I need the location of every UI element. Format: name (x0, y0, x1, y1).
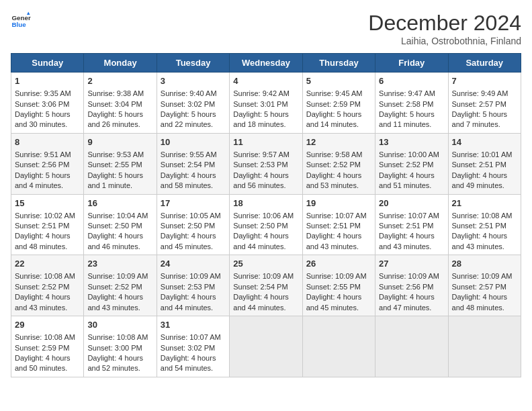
day-info: and 43 minutes. (306, 242, 371, 252)
day-info: Sunrise: 9:40 AM (161, 89, 226, 99)
calendar-cell: 2Sunrise: 9:38 AMSunset: 3:04 PMDaylight… (84, 73, 157, 134)
day-info: Daylight: 4 hours (306, 292, 371, 302)
day-info: and 49 minutes. (452, 181, 517, 191)
day-info: Daylight: 4 hours (15, 292, 80, 302)
day-info: and 44 minutes. (233, 242, 298, 252)
day-info: Daylight: 5 hours (15, 171, 80, 181)
day-info: Daylight: 4 hours (306, 171, 371, 181)
day-info: Sunset: 2:54 PM (161, 160, 226, 170)
day-info: and 1 minute. (87, 181, 152, 191)
day-number: 9 (87, 136, 152, 148)
calendar-cell (448, 316, 521, 377)
week-row-5: 29Sunrise: 10:08 AMSunset: 2:59 PMDaylig… (11, 316, 521, 377)
day-info: Sunrise: 10:09 AM (452, 271, 517, 281)
logo: General Blue (11, 11, 31, 31)
day-number: 21 (452, 197, 517, 210)
day-info: and 30 minutes. (15, 120, 80, 130)
header-friday: Friday (375, 54, 448, 73)
day-info: Daylight: 4 hours (161, 231, 226, 241)
calendar-cell: 11Sunrise: 9:57 AMSunset: 2:53 PMDayligh… (230, 133, 302, 194)
day-number: 23 (87, 258, 152, 270)
day-info: and 14 minutes. (306, 120, 371, 130)
calendar-cell: 12Sunrise: 9:58 AMSunset: 2:52 PMDayligh… (302, 133, 375, 194)
day-info: Sunset: 2:52 PM (87, 282, 152, 292)
header-sunday: Sunday (11, 54, 84, 73)
day-number: 2 (87, 75, 152, 87)
day-number: 24 (161, 258, 226, 270)
day-info: Sunrise: 10:08 AM (15, 332, 80, 342)
day-info: and 18 minutes. (233, 120, 298, 130)
calendar-cell: 24Sunrise: 10:09 AMSunset: 2:53 PMDaylig… (157, 255, 229, 316)
svg-marker-2 (27, 12, 30, 15)
calendar-cell: 8Sunrise: 9:51 AMSunset: 2:56 PMDaylight… (11, 133, 84, 194)
day-info: Daylight: 4 hours (87, 231, 152, 241)
calendar-cell: 23Sunrise: 10:09 AMSunset: 2:52 PMDaylig… (84, 255, 157, 316)
day-info: and 48 minutes. (452, 303, 517, 313)
week-row-4: 22Sunrise: 10:08 AMSunset: 2:52 PMDaylig… (11, 255, 521, 316)
day-number: 16 (87, 197, 152, 210)
calendar-table: SundayMondayTuesdayWednesdayThursdayFrid… (11, 53, 521, 377)
day-info: and 50 minutes. (15, 363, 80, 373)
day-number: 27 (379, 258, 444, 270)
day-info: Sunrise: 10:07 AM (379, 211, 444, 221)
day-info: and 58 minutes. (161, 181, 226, 191)
day-info: Sunrise: 10:02 AM (15, 211, 80, 221)
day-number: 26 (306, 258, 371, 270)
day-info: Sunset: 2:50 PM (87, 221, 152, 231)
day-info: Sunset: 3:00 PM (87, 343, 152, 353)
calendar-cell: 3Sunrise: 9:40 AMSunset: 3:02 PMDaylight… (157, 73, 229, 134)
calendar-header: SundayMondayTuesdayWednesdayThursdayFrid… (11, 54, 521, 73)
day-info: Daylight: 5 hours (233, 109, 298, 120)
day-info: Sunrise: 9:57 AM (233, 150, 298, 160)
day-info: and 43 minutes. (87, 303, 152, 313)
day-number: 13 (379, 136, 444, 148)
svg-text:General: General (12, 14, 32, 21)
day-info: Sunrise: 10:08 AM (452, 211, 517, 221)
header-wednesday: Wednesday (230, 54, 302, 73)
day-info: Sunset: 2:53 PM (161, 282, 226, 292)
day-info: Sunset: 2:55 PM (306, 282, 371, 292)
calendar-cell: 1Sunrise: 9:35 AMSunset: 3:06 PMDaylight… (11, 73, 84, 134)
day-number: 30 (87, 319, 152, 331)
calendar-cell: 9Sunrise: 9:53 AMSunset: 2:55 PMDaylight… (84, 133, 157, 194)
day-info: Sunrise: 10:08 AM (15, 271, 80, 281)
day-info: Daylight: 4 hours (379, 292, 444, 302)
day-info: Sunset: 3:02 PM (161, 99, 226, 109)
day-info: Sunset: 2:54 PM (233, 282, 298, 292)
day-number: 18 (233, 197, 298, 210)
day-info: and 53 minutes. (306, 181, 371, 191)
day-info: Daylight: 5 hours (15, 109, 80, 120)
day-info: Sunrise: 10:08 AM (87, 332, 152, 342)
week-row-1: 1Sunrise: 9:35 AMSunset: 3:06 PMDaylight… (11, 73, 521, 134)
header-tuesday: Tuesday (157, 54, 229, 73)
day-info: Sunrise: 10:01 AM (452, 150, 517, 160)
day-info: and 52 minutes. (87, 363, 152, 373)
day-info: Daylight: 4 hours (161, 292, 226, 302)
calendar-cell: 29Sunrise: 10:08 AMSunset: 2:59 PMDaylig… (11, 316, 84, 377)
calendar-cell: 15Sunrise: 10:02 AMSunset: 2:51 PMDaylig… (11, 194, 84, 255)
day-info: Sunset: 2:57 PM (452, 99, 517, 109)
day-info: Sunrise: 9:47 AM (379, 89, 444, 99)
day-info: Sunset: 2:58 PM (379, 99, 444, 109)
day-number: 6 (379, 75, 444, 87)
day-info: Sunrise: 10:04 AM (87, 211, 152, 221)
logo-icon: General Blue (11, 11, 31, 31)
day-number: 7 (452, 75, 517, 87)
day-number: 5 (306, 75, 371, 87)
calendar-cell (375, 316, 448, 377)
svg-text:Blue: Blue (12, 21, 27, 28)
day-info: and 44 minutes. (233, 303, 298, 313)
calendar-cell: 16Sunrise: 10:04 AMSunset: 2:50 PMDaylig… (84, 194, 157, 255)
day-info: and 7 minutes. (452, 120, 517, 130)
day-number: 19 (306, 197, 371, 210)
day-info: and 45 minutes. (161, 242, 226, 252)
day-info: Sunrise: 9:35 AM (15, 89, 80, 99)
header-thursday: Thursday (302, 54, 375, 73)
day-info: Sunset: 3:06 PM (15, 99, 80, 109)
calendar-cell: 4Sunrise: 9:42 AMSunset: 3:01 PMDaylight… (230, 73, 302, 134)
calendar-cell: 25Sunrise: 10:09 AMSunset: 2:54 PMDaylig… (230, 255, 302, 316)
day-info: Sunrise: 9:51 AM (15, 150, 80, 160)
week-row-3: 15Sunrise: 10:02 AMSunset: 2:51 PMDaylig… (11, 194, 521, 255)
day-info: Sunrise: 10:09 AM (306, 271, 371, 281)
calendar-cell: 17Sunrise: 10:05 AMSunset: 2:50 PMDaylig… (157, 194, 229, 255)
